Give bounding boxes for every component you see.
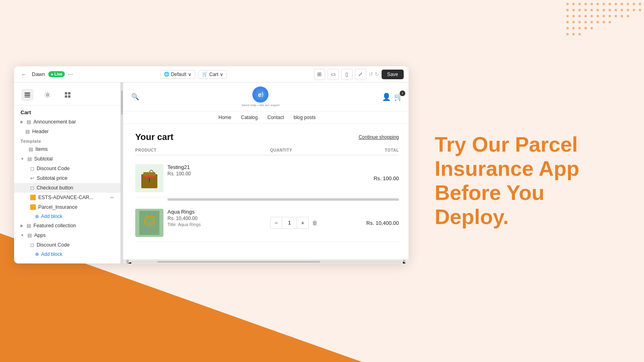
promo-text: Try Our Parcel Insurance App Before You … [435,133,579,229]
sidebar-item-parcel-insurance[interactable]: Parcel_Insurance [14,202,120,212]
item-total-2: Rs. 10,400.00 [351,220,399,226]
add-section-label: Add section [27,263,52,263]
parcel-insurance-bar [167,198,399,201]
block-icon: ◻ [30,166,34,171]
section-icon: ▤ [27,232,32,238]
toolbar: ← Dawn ● Live ··· 🌐 Default ∨ 🛒 Cart ∨ ⊞… [14,66,409,82]
tablet-view-button[interactable]: ▭ [328,69,339,80]
plus-icon: ⊕ [35,214,39,219]
sidebar-label: Subtotal [34,156,53,162]
svg-rect-58 [68,92,70,95]
redo-button[interactable]: ↻ [375,71,379,77]
nav-catalog[interactable]: Catalog [241,115,258,120]
search-icon[interactable]: 🔍 [131,93,139,101]
live-badge: ● Live [48,71,65,77]
cart-icon-button[interactable]: 🛒 1 [394,93,403,101]
sidebar-label: Apps [34,232,46,238]
product-price-1: Rs. 100.00 [167,171,191,177]
svg-rect-57 [65,92,67,95]
col-quantity: QUANTITY [270,148,351,152]
save-button[interactable]: Save [382,70,404,79]
mobile-view-button[interactable]: ▯ [341,69,353,80]
store-name: Dawn [32,71,45,77]
collapse-arrow-icon: ▼ [21,233,24,237]
account-icon[interactable]: 👤 [382,93,391,101]
cart-table-header: PRODUCT QUANTITY TOTAL [135,148,399,155]
sidebar-item-featured-collection[interactable]: ▶ ▤ Featured collection [14,221,120,230]
svg-rect-59 [65,95,67,98]
product-price-2: Rs. 10,400.00 [167,216,201,221]
sidebar-item-subtotal[interactable]: ▼ ▤ Subtotal [14,154,120,164]
add-block-label: Add block [41,251,62,257]
plus-icon: ⊕ [35,251,39,257]
scroll-left-arrow[interactable]: ◀ [126,260,129,264]
app-window: ← Dawn ● Live ··· 🌐 Default ∨ 🛒 Cart ∨ ⊞… [14,66,409,263]
cart-item-1: Testing21 Rs. 100.00 Rs. 100.00 [135,159,399,197]
section-icon: ▤ [27,156,32,162]
header-icons: 👤 🛒 1 [382,93,403,101]
shop-nav: Home Catalog Contact blog posts [123,111,409,124]
promo-panel: Try Our Parcel Insurance App Before You … [411,0,644,362]
cart-header-row: Your cart Continue shopping [135,132,399,142]
delete-item-button[interactable]: 🗑 [312,220,318,226]
product-image-1 [135,164,163,192]
sidebar-tab-apps[interactable] [62,89,74,101]
sidebar-item-subtotal-price[interactable]: ↩ Subtotal price [14,173,120,183]
horizontal-scrollbar[interactable]: ◀ ▶ [123,259,409,263]
scroll-right-arrow[interactable]: ▶ [403,260,405,264]
nav-home[interactable]: Home [219,115,231,120]
product-subtitle-2: Title: Aqua Rings [167,222,201,227]
sidebar-label: Announcement bar [33,119,76,125]
add-block-button-apps[interactable]: ⊕ Add block [14,250,120,259]
sidebar-label: ESTS-ADVANCE-CAR... [38,195,93,200]
sidebar-item-items[interactable]: ▤ Items [14,144,120,154]
add-section-button[interactable]: ⊕ Add section [14,261,120,263]
sidebar-cart-title: Cart [14,107,120,117]
cart-page: Your cart Continue shopping PRODUCT QUAN… [123,124,409,250]
cart-label: Cart [209,72,219,77]
quantity-control-2: − 1 + 🗑 [270,217,351,229]
sidebar-item-discount-code[interactable]: ◻ Discount Code [14,164,120,173]
sidebar-item-ests[interactable]: ESTS-ADVANCE-CAR... ✏ [14,193,120,202]
collapse-arrow-icon: ▶ [21,224,23,228]
template-label: Template [14,136,120,144]
logo-tagline: Need help • We are expert [242,103,280,107]
quantity-value: 1 [282,217,297,229]
default-label: Default [171,72,186,77]
fullscreen-button[interactable]: ⤢ [355,69,366,80]
block-icon: ◻ [30,185,34,191]
sidebar-item-apps-discount-code[interactable]: ◻ Discount Code [14,240,120,250]
cart-item-2: Aqua Rings Rs. 10,400.00 Title: Aqua Rin… [135,204,399,242]
product-info-2: Aqua Rings Rs. 10,400.00 Title: Aqua Rin… [135,209,270,237]
quantity-decrease-button[interactable]: − [270,217,282,229]
default-dropdown[interactable]: 🌐 Default ∨ [160,70,195,79]
sidebar-item-announcement-bar[interactable]: ▶ ▤ Announcement bar [14,117,120,127]
quantity-increase-button[interactable]: + [297,217,309,229]
edit-icon[interactable]: ✏ [110,195,114,200]
sidebar-item-header[interactable]: ▤ Header [14,127,120,136]
continue-shopping-link[interactable]: Continue shopping [359,134,399,140]
plus-icon: ⊕ [21,263,25,263]
parcel-bar-container [135,198,399,204]
nav-contact[interactable]: Contact [267,115,284,120]
more-options-button[interactable]: ··· [68,71,73,78]
yellow-block-icon [30,204,36,210]
undo-button[interactable]: ↺ [369,71,373,77]
back-button[interactable]: ← [19,70,29,79]
desktop-view-button[interactable]: ⊞ [314,69,325,80]
item-total-1: Rs. 100.00 [351,175,399,181]
product-info-1: Testing21 Rs. 100.00 [135,164,270,192]
block-icon: ◻ [30,242,34,248]
sidebar-tab-sections[interactable] [21,89,33,101]
nav-blog[interactable]: blog posts [294,115,316,120]
sidebar-tab-settings[interactable] [41,89,54,101]
sidebar-label: Subtotal price [37,175,67,181]
cart-dropdown[interactable]: 🛒 Cart ∨ [198,70,227,79]
sidebar-label: Discount Code [37,166,70,171]
block-icon: ↩ [30,175,34,181]
sidebar-item-checkout-button[interactable]: ◻ Checkout button [14,183,120,193]
add-block-button-subtotal[interactable]: ⊕ Add block [14,212,120,221]
sidebar-item-apps[interactable]: ▼ ▤ Apps [14,230,120,240]
svg-rect-55 [25,97,30,97]
svg-point-56 [47,94,49,96]
